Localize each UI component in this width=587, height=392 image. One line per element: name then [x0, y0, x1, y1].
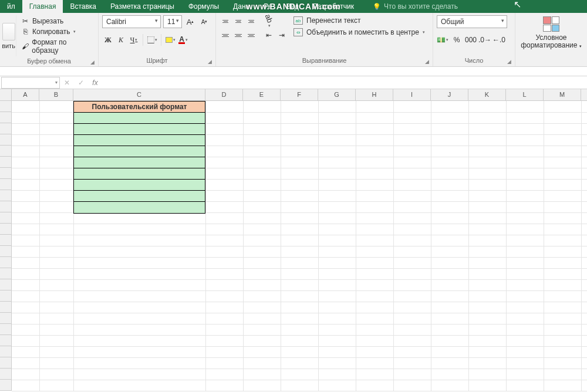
data-table-row[interactable]	[74, 146, 205, 157]
grow-font-button[interactable]: A▴	[184, 16, 196, 28]
row-header[interactable]	[0, 224, 11, 235]
column-header[interactable]: I	[393, 89, 431, 100]
data-table-row[interactable]	[74, 180, 205, 191]
decrease-indent-button[interactable]: ⇤	[263, 29, 275, 41]
data-table-row[interactable]	[74, 124, 205, 135]
row-header[interactable]	[0, 235, 11, 246]
column-header[interactable]: M	[544, 89, 581, 100]
column-header[interactable]: L	[506, 89, 544, 100]
column-header[interactable]: A	[12, 89, 39, 100]
paste-button[interactable]: вить	[4, 15, 16, 56]
data-table[interactable]: Пользовательский формат	[73, 101, 205, 214]
align-right-button[interactable]	[245, 29, 257, 41]
row-header[interactable]	[0, 268, 11, 279]
cut-button[interactable]: ✂ Вырезать	[20, 16, 93, 26]
tab-file[interactable]: йл	[0, 0, 22, 13]
align-top-button[interactable]	[220, 15, 231, 27]
underline-button[interactable]: Ч	[128, 34, 140, 46]
number-format-combo[interactable]: Общий	[437, 15, 507, 28]
row-header[interactable]	[0, 168, 11, 179]
row-header[interactable]	[0, 335, 11, 346]
conditional-formatting-button[interactable]: Условное форматирование ▾	[519, 15, 583, 63]
select-all-corner[interactable]	[0, 89, 12, 100]
row-header[interactable]	[0, 324, 11, 335]
row-header[interactable]	[0, 257, 11, 268]
column-header[interactable]: B	[39, 89, 73, 100]
column-header[interactable]: G	[318, 89, 356, 100]
row-header[interactable]	[0, 380, 11, 391]
insert-function-button[interactable]: fx	[88, 79, 102, 87]
row-header[interactable]	[0, 190, 11, 201]
row-header[interactable]	[0, 146, 11, 157]
row-header[interactable]	[0, 134, 11, 146]
data-table-row[interactable]	[74, 202, 205, 213]
percent-button[interactable]: %	[451, 34, 463, 46]
align-bottom-button[interactable]	[245, 15, 257, 27]
cancel-formula-button[interactable]: ✕	[60, 79, 74, 87]
row-header[interactable]	[0, 201, 11, 212]
bold-button[interactable]: Ж	[102, 34, 114, 46]
row-header[interactable]	[0, 101, 11, 112]
enter-formula-button[interactable]: ✓	[74, 79, 88, 87]
merge-center-button[interactable]: ⇔ Объединить и поместить в центре ▾	[294, 28, 425, 36]
align-middle-button[interactable]	[232, 15, 244, 27]
row-header[interactable]	[0, 313, 11, 324]
borders-button[interactable]	[146, 34, 158, 46]
align-center-button[interactable]	[232, 29, 244, 41]
data-table-header[interactable]: Пользовательский формат	[74, 102, 205, 113]
decrease-decimal-button[interactable]: ←.0	[493, 34, 505, 46]
tab-insert[interactable]: Вставка	[63, 0, 103, 13]
formula-input[interactable]	[102, 77, 587, 89]
tab-formulas[interactable]: Формулы	[181, 0, 226, 13]
tab-home[interactable]: Главная	[22, 0, 63, 13]
column-header[interactable]: E	[243, 89, 281, 100]
format-painter-button[interactable]: 🖌 Формат по образцу	[20, 38, 93, 55]
column-header[interactable]: F	[281, 89, 318, 100]
row-header[interactable]	[0, 357, 11, 369]
column-header[interactable]: J	[431, 89, 468, 100]
column-header[interactable]: D	[205, 89, 243, 100]
dialog-launcher-icon[interactable]: ◢	[507, 59, 511, 65]
group-font: Calibri 11 A▴ A▾ Ж К Ч А Шрифт ◢	[99, 13, 216, 66]
increase-decimal-button[interactable]: .0→	[479, 34, 491, 46]
row-header[interactable]	[0, 123, 11, 134]
align-left-button[interactable]	[220, 29, 231, 41]
wrap-text-button[interactable]: ab Перенести текст	[294, 16, 425, 25]
row-header[interactable]	[0, 346, 11, 357]
row-header[interactable]	[0, 157, 11, 168]
orientation-button[interactable]: ab	[263, 15, 275, 27]
dialog-launcher-icon[interactable]: ◢	[425, 59, 429, 65]
fill-color-button[interactable]	[164, 34, 176, 46]
name-box[interactable]	[1, 77, 60, 89]
tell-me-search[interactable]: 💡 Что вы хотите сделать	[373, 2, 458, 11]
data-table-row[interactable]	[74, 191, 205, 202]
italic-button[interactable]: К	[115, 34, 127, 46]
column-header[interactable]: H	[356, 89, 393, 100]
data-table-row[interactable]	[74, 157, 205, 168]
data-table-row[interactable]	[74, 113, 205, 124]
column-header[interactable]: K	[468, 89, 506, 100]
data-table-row[interactable]	[74, 168, 205, 180]
column-header[interactable]: C	[73, 89, 205, 100]
comma-style-button[interactable]: 000	[465, 34, 477, 46]
font-size-combo[interactable]: 11	[163, 15, 182, 28]
row-header[interactable]	[0, 246, 11, 257]
dialog-launcher-icon[interactable]: ◢	[90, 59, 95, 65]
dialog-launcher-icon[interactable]: ◢	[208, 59, 212, 65]
increase-indent-button[interactable]: ⇥	[276, 29, 288, 41]
shrink-font-button[interactable]: A▾	[198, 16, 210, 28]
row-header[interactable]	[0, 290, 11, 302]
cells-area[interactable]: Пользовательский формат	[12, 101, 587, 391]
row-header[interactable]	[0, 302, 11, 313]
copy-button[interactable]: ⎘ Копировать ▾	[20, 27, 93, 36]
row-header[interactable]	[0, 179, 11, 190]
row-header[interactable]	[0, 369, 11, 380]
font-name-combo[interactable]: Calibri	[102, 15, 161, 28]
tab-pagelayout[interactable]: Разметка страницы	[103, 0, 181, 13]
accounting-format-button[interactable]: 💵	[437, 34, 448, 46]
font-color-button[interactable]: А	[177, 34, 189, 46]
row-header[interactable]	[0, 112, 11, 123]
data-table-row[interactable]	[74, 135, 205, 146]
row-header[interactable]	[0, 279, 11, 290]
row-header[interactable]	[0, 212, 11, 224]
